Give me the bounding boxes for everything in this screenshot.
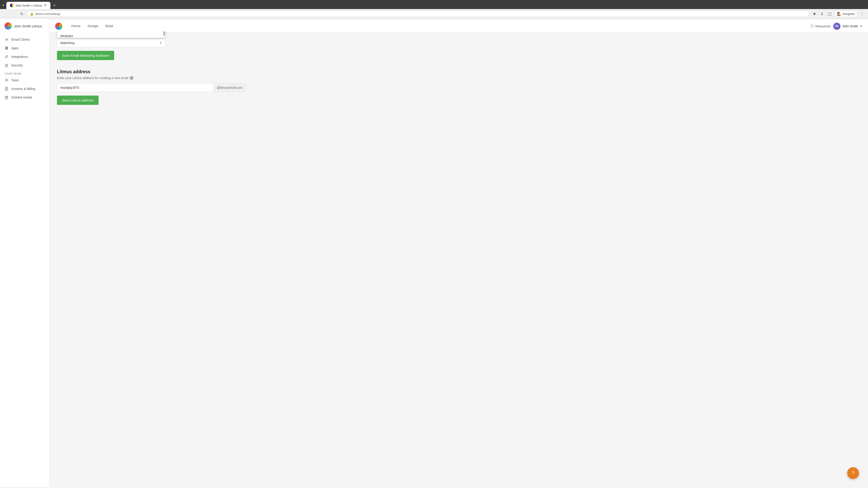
tab-bar: ▼ John Smith > Litmus ✕ +	[0, 0, 868, 9]
user-initials: JS	[835, 24, 839, 28]
sidebar-item-label: Invoices & Billing	[11, 87, 35, 91]
litmus-address-suffix: @litmusemail.com	[213, 84, 246, 92]
svg-rect-10	[5, 96, 8, 99]
sidebar-item-label: Team	[11, 78, 19, 82]
sidebar: John Smith Litmus ✉ Email Clients Apps	[0, 19, 50, 487]
svg-point-4	[6, 66, 7, 66]
chevron-down-icon: ▼	[860, 25, 863, 28]
browser-nav-bar: ← → ↻ 🔒 litmus.com/settings ★ ⇓ ▢ 🕵 Inco…	[0, 9, 868, 19]
svg-rect-0	[5, 47, 8, 47]
tab-favicon	[10, 4, 13, 7]
layers-icon	[4, 46, 8, 50]
save-litmus-address-button[interactable]: Save Litmus address	[57, 96, 98, 105]
litmus-address-input[interactable]	[57, 84, 213, 92]
user-menu[interactable]: JS John Smith ▼	[833, 23, 863, 30]
svg-rect-2	[5, 49, 8, 50]
nav-links: ✉ Email Clients Apps	[0, 33, 50, 487]
incognito-icon: 🕵	[837, 12, 841, 16]
sidebar-item-label: Email Clients	[11, 38, 30, 41]
brand-area	[55, 23, 62, 30]
svg-rect-1	[5, 48, 8, 48]
sidebar-logo	[4, 22, 12, 30]
nav-actions: ★ ⇓ ▢ 🕵 Incognito ⋮	[811, 10, 865, 17]
svg-point-5	[6, 79, 7, 80]
bookmark-button[interactable]: ★	[811, 10, 817, 17]
top-nav-links: Home Design Build	[68, 20, 810, 33]
address-inputs: @litmusemail.com	[57, 84, 246, 92]
litmus-address-section: Litmus address Enter your Litmus address…	[57, 69, 246, 105]
sidebar-item-label: Integrations	[11, 55, 28, 59]
content-area: eInfluence Emma Epsilon Agility Harmony …	[50, 31, 253, 112]
secure-icon: 🔒	[30, 12, 34, 15]
lock-icon	[4, 63, 8, 67]
tab-close-button[interactable]: ✕	[44, 4, 47, 7]
info-circle-icon: ⓘ	[810, 24, 814, 29]
dropdown-wrapper: eInfluence Emma Epsilon Agility Harmony …	[57, 39, 165, 47]
active-tab[interactable]: John Smith > Litmus ✕	[6, 2, 51, 9]
sidebar-item-deleted-emails[interactable]: Deleted emails	[0, 93, 50, 102]
sidebar-item-integrations[interactable]: Integrations	[0, 53, 50, 61]
person-icon	[4, 78, 8, 82]
dropdown-selected[interactable]: Mailchimp ▼	[57, 39, 165, 47]
top-nav-right: ⓘ Resources JS John Smith ▼	[810, 23, 863, 30]
incognito-label: Incognito	[843, 12, 855, 15]
link-icon	[4, 55, 8, 59]
sidebar-item-invoices[interactable]: Invoices & Billing	[0, 85, 50, 93]
resources-button[interactable]: ⓘ Resources	[810, 24, 831, 29]
help-button[interactable]: ?	[847, 467, 859, 479]
home-link[interactable]: Home	[68, 20, 84, 33]
save-email-marketing-button[interactable]: Save Email Marketing Software	[57, 51, 114, 60]
tab-title: John Smith > Litmus	[16, 4, 42, 7]
back-button[interactable]: ←	[3, 11, 9, 17]
address-text[interactable]: litmus.com/settings	[35, 12, 806, 15]
sidebar-item-label: Deleted emails	[11, 96, 32, 99]
file-icon	[4, 87, 8, 91]
address-bar[interactable]: 🔒 litmus.com/settings	[26, 11, 809, 17]
menu-button[interactable]: ⋮	[859, 10, 865, 17]
app-container: Home Design Build ⓘ Resources JS John Sm…	[0, 19, 868, 487]
litmus-address-title: Litmus address	[57, 69, 246, 74]
design-link[interactable]: Design	[84, 20, 102, 33]
your-team-section-label: YOUR TEAM	[0, 70, 50, 76]
dropdown-selected-value: Mailchimp	[60, 41, 74, 45]
build-link[interactable]: Build	[102, 20, 117, 33]
dropdown-arrow-icon: ▼	[159, 41, 162, 44]
reload-button[interactable]: ↻	[19, 11, 25, 17]
incognito-badge[interactable]: 🕵 Incognito	[834, 11, 857, 17]
sidebar-item-security[interactable]: Security	[0, 61, 50, 70]
litmus-address-description: Enter your Litmus address for creating a…	[57, 76, 246, 80]
top-nav: Home Design Build ⓘ Resources JS John Sm…	[50, 20, 868, 33]
sidebar-item-label: Apps	[11, 46, 19, 50]
dropdown-list-inner: eInfluence Emma Epsilon Agility Harmony …	[57, 31, 165, 38]
new-tab-button[interactable]: +	[51, 2, 58, 9]
tab-chevron[interactable]: ▼	[2, 4, 4, 7]
user-avatar: JS	[833, 23, 840, 30]
browser-chrome: ▼ John Smith > Litmus ✕ + ← → ↻ 🔒 litmus…	[0, 0, 868, 19]
sidebar-header: John Smith Litmus	[0, 19, 50, 33]
scrollbar-thumb	[163, 31, 165, 36]
sidebar-item-apps[interactable]: Apps	[0, 44, 50, 53]
dropdown-item-imodules[interactable]: iModules	[57, 32, 165, 38]
sidebar-item-team[interactable]: Team	[0, 76, 50, 85]
info-icon[interactable]: ⓘ	[130, 76, 133, 80]
main-content: eInfluence Emma Epsilon Agility Harmony …	[50, 31, 868, 487]
forward-button[interactable]: →	[11, 11, 17, 17]
resources-label: Resources	[815, 24, 831, 28]
dropdown-list[interactable]: eInfluence Emma Epsilon Agility Harmony …	[57, 31, 165, 38]
sidebar-item-label: Security	[11, 64, 23, 67]
scrollbar-track	[163, 31, 165, 36]
sidebar-item-email-clients[interactable]: ✉ Email Clients	[0, 35, 50, 44]
extension-button[interactable]: ▢	[827, 10, 833, 17]
sidebar-brand: John Smith Litmus	[14, 24, 42, 28]
user-name: John Smith	[842, 24, 858, 28]
download-button[interactable]: ⇓	[819, 10, 825, 17]
logo	[55, 23, 62, 30]
envelope-icon: ✉	[4, 37, 8, 41]
email-marketing-section: eInfluence Emma Epsilon Agility Harmony …	[57, 39, 246, 60]
trash-icon	[4, 95, 8, 99]
help-icon: ?	[852, 470, 855, 476]
